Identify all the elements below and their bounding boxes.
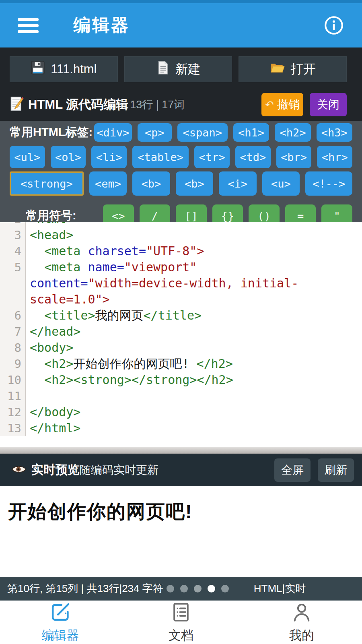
code-line: 11 bbox=[0, 388, 362, 404]
line-word-count: 13行 | 17词 bbox=[130, 97, 185, 112]
code-text: <title>我的网页</title> bbox=[26, 308, 202, 324]
tag-insert-button[interactable]: <h1> bbox=[233, 123, 269, 142]
live-preview-pane: 开始创作你的网页吧! bbox=[0, 486, 362, 577]
document-list-icon bbox=[170, 601, 192, 625]
status-dots bbox=[167, 585, 229, 592]
tag-insert-button[interactable]: <strong> bbox=[10, 171, 84, 196]
code-text: </body> bbox=[26, 404, 80, 420]
tag-insert-button[interactable]: <b> bbox=[176, 171, 214, 196]
tag-insert-button[interactable]: <h2> bbox=[275, 123, 311, 142]
undo-label: 撤销 bbox=[277, 97, 300, 112]
symbol-insert-button[interactable]: = bbox=[285, 204, 316, 222]
preview-subtitle: 随编码实时更新 bbox=[80, 462, 158, 478]
tag-insert-button[interactable]: <p> bbox=[138, 123, 172, 142]
tag-insert-button[interactable]: <tr> bbox=[194, 146, 230, 168]
code-line: 6 <title>我的网页</title> bbox=[0, 308, 362, 324]
code-text: </html> bbox=[26, 420, 80, 436]
new-document-icon bbox=[156, 60, 170, 78]
new-file-button[interactable]: 新建 bbox=[124, 56, 232, 82]
fullscreen-button[interactable]: 全屏 bbox=[274, 458, 311, 482]
code-text: <head> bbox=[26, 227, 73, 243]
code-line: 8<body> bbox=[0, 340, 362, 356]
code-text: <meta charset="UTF-8"> bbox=[26, 243, 204, 259]
editor-scrollbar[interactable] bbox=[0, 447, 362, 454]
tag-insert-button[interactable]: <ol> bbox=[51, 146, 86, 168]
symbol-insert-button[interactable]: " bbox=[321, 204, 352, 222]
tag-insert-button[interactable]: <span> bbox=[177, 123, 228, 142]
code-line: content="width=device-width, initial- bbox=[0, 275, 362, 291]
code-text: <body> bbox=[26, 340, 73, 356]
tag-insert-button[interactable]: <br> bbox=[276, 146, 312, 168]
source-header-row: HTML 源代码编辑 13行 | 17词 ↶ 撤销 关闭 bbox=[10, 93, 347, 117]
close-button[interactable]: 关闭 bbox=[310, 93, 347, 116]
nav-tab-docs[interactable]: 文档 bbox=[145, 601, 217, 644]
code-text: scale=1.0"> bbox=[26, 291, 110, 308]
preview-toolbar: 实时预览 随编码实时更新 全屏 刷新 bbox=[0, 454, 362, 486]
refresh-button[interactable]: 刷新 bbox=[318, 458, 354, 482]
line-number: 9 bbox=[0, 356, 26, 372]
nav-editor-label: 编辑器 bbox=[42, 627, 79, 644]
file-toolbar-section: 111.html 新建 bbox=[0, 47, 362, 121]
nav-mine-label: 我的 bbox=[289, 627, 314, 644]
tag-insert-button[interactable]: <!--> bbox=[305, 171, 352, 196]
nav-tab-editor[interactable]: 编辑器 bbox=[24, 601, 97, 644]
open-file-button[interactable]: 打开 bbox=[239, 56, 347, 82]
source-editor-title: HTML 源代码编辑 bbox=[28, 96, 128, 113]
person-icon bbox=[290, 601, 313, 625]
line-number: 7 bbox=[0, 324, 26, 340]
code-lines: 2<html3<head>4 <meta charset="UTF-8">5 <… bbox=[0, 222, 362, 436]
eye-icon bbox=[11, 464, 27, 477]
line-number: 13 bbox=[0, 420, 26, 436]
open-file-label: 打开 bbox=[291, 61, 316, 78]
open-folder-icon bbox=[270, 61, 285, 78]
code-text: <html bbox=[26, 222, 66, 227]
code-text: <h2><strong></strong></h2> bbox=[26, 372, 233, 388]
code-text: </head> bbox=[26, 324, 80, 340]
symbol-insert-button[interactable]: () bbox=[249, 204, 280, 222]
symbol-insert-button[interactable]: <> bbox=[103, 204, 134, 222]
line-number: 2 bbox=[0, 222, 26, 227]
mode-indicator: HTML|实时 bbox=[254, 582, 306, 596]
code-line: 13</html> bbox=[0, 420, 362, 436]
symbol-insert-button[interactable]: [] bbox=[176, 204, 207, 222]
tag-row-3: <strong><em><b><b><i><u><!--> bbox=[10, 171, 352, 196]
floppy-icon bbox=[31, 60, 45, 78]
code-line: 9 <h2>开始创作你的网页吧! </h2> bbox=[0, 356, 362, 372]
symbol-insert-button[interactable]: {} bbox=[212, 204, 243, 222]
tag-insert-button[interactable]: <u> bbox=[262, 171, 300, 196]
code-text bbox=[26, 388, 30, 404]
tag-insert-button[interactable]: <ul> bbox=[10, 146, 45, 168]
symbol-row: 常用符号: <>/[]{}()=" bbox=[10, 204, 352, 222]
undo-button[interactable]: ↶ 撤销 bbox=[261, 93, 303, 116]
tag-insert-button[interactable]: <b> bbox=[132, 171, 170, 196]
tag-insert-button[interactable]: <div> bbox=[94, 123, 132, 142]
line-number: 11 bbox=[0, 388, 26, 404]
line-number bbox=[0, 275, 26, 291]
tag-insert-button[interactable]: <hr> bbox=[317, 146, 352, 168]
info-icon[interactable] bbox=[323, 15, 344, 36]
tag-insert-button[interactable]: <em> bbox=[89, 171, 127, 196]
code-editor[interactable]: 2<html3<head>4 <meta charset="UTF-8">5 <… bbox=[0, 222, 362, 447]
nav-tab-mine[interactable]: 我的 bbox=[265, 601, 338, 644]
pager-dot bbox=[194, 585, 202, 592]
line-number: 6 bbox=[0, 308, 26, 324]
line-number: 4 bbox=[0, 243, 26, 259]
new-file-label: 新建 bbox=[175, 61, 200, 78]
pager-dot bbox=[221, 585, 229, 592]
pager-dot bbox=[167, 585, 174, 592]
tag-row-1: 常用HTML标签: <div><p><span><h1><h2><h3> bbox=[10, 123, 352, 142]
tag-insert-button[interactable]: <li> bbox=[91, 146, 127, 168]
menu-icon[interactable] bbox=[18, 18, 39, 33]
symbol-insert-button[interactable]: / bbox=[140, 204, 171, 222]
app-header: 编辑器 bbox=[0, 3, 362, 47]
memo-icon bbox=[10, 96, 24, 113]
tag-insert-button[interactable]: <td> bbox=[235, 146, 271, 168]
tag-insert-button[interactable]: <h3> bbox=[317, 123, 352, 142]
file-toolbar: 111.html 新建 bbox=[10, 56, 347, 82]
preview-title: 实时预览 bbox=[31, 462, 80, 478]
code-line: 7</head> bbox=[0, 324, 362, 340]
save-file-button[interactable]: 111.html bbox=[10, 56, 118, 82]
tag-insert-button[interactable]: <i> bbox=[219, 171, 257, 196]
tag-insert-button[interactable]: <table> bbox=[132, 146, 189, 168]
bottom-navigation: 编辑器 文档 bbox=[0, 601, 362, 644]
